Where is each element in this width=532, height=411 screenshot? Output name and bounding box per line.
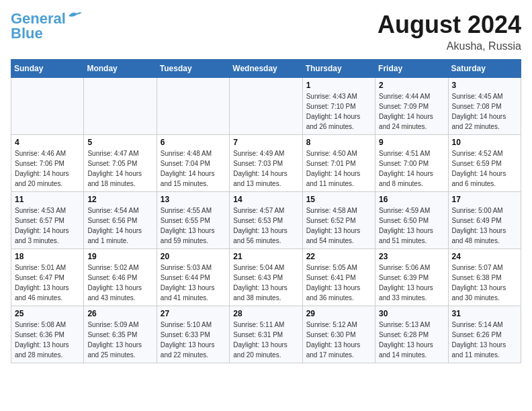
day-info: Sunrise: 4:57 AM Sunset: 6:53 PM Dayligh… [233,205,298,246]
calendar-cell: 23Sunrise: 5:06 AM Sunset: 6:39 PM Dayli… [375,249,448,306]
day-info: Sunrise: 4:59 AM Sunset: 6:50 PM Dayligh… [379,205,444,246]
calendar-cell [230,78,302,135]
day-info: Sunrise: 4:51 AM Sunset: 7:00 PM Dayligh… [379,148,444,189]
day-number: 9 [379,138,444,147]
calendar-cell [157,78,229,135]
calendar-cell: 24Sunrise: 5:07 AM Sunset: 6:38 PM Dayli… [448,249,521,306]
calendar-week-row: 4Sunrise: 4:46 AM Sunset: 7:06 PM Daylig… [11,135,521,192]
calendar-cell: 4Sunrise: 4:46 AM Sunset: 7:06 PM Daylig… [11,135,84,192]
calendar-week-row: 18Sunrise: 5:01 AM Sunset: 6:47 PM Dayli… [11,249,521,306]
calendar-header-row: SundayMondayTuesdayWednesdayThursdayFrid… [11,60,521,78]
day-number: 23 [379,252,444,261]
day-info: Sunrise: 5:00 AM Sunset: 6:49 PM Dayligh… [452,205,517,246]
day-number: 18 [15,252,80,261]
day-number: 25 [15,309,80,318]
day-number: 2 [379,81,444,90]
day-number: 8 [306,138,371,147]
day-info: Sunrise: 5:10 AM Sunset: 6:33 PM Dayligh… [161,320,226,360]
day-info: Sunrise: 4:44 AM Sunset: 7:09 PM Dayligh… [379,91,444,132]
header-wednesday: Wednesday [230,60,302,78]
header-tuesday: Tuesday [157,60,229,78]
day-info: Sunrise: 4:52 AM Sunset: 6:59 PM Dayligh… [452,148,517,189]
day-info: Sunrise: 4:45 AM Sunset: 7:08 PM Dayligh… [452,91,517,132]
day-number: 11 [15,195,80,204]
day-number: 30 [379,309,444,318]
day-info: Sunrise: 5:03 AM Sunset: 6:44 PM Dayligh… [161,263,226,303]
calendar-cell: 7Sunrise: 4:49 AM Sunset: 7:03 PM Daylig… [230,135,302,192]
day-number: 1 [306,81,371,90]
day-info: Sunrise: 4:43 AM Sunset: 7:10 PM Dayligh… [306,91,371,132]
day-info: Sunrise: 4:53 AM Sunset: 6:57 PM Dayligh… [15,205,80,246]
day-number: 20 [161,252,226,261]
header-friday: Friday [375,60,448,78]
day-number: 6 [161,138,226,147]
calendar-cell: 22Sunrise: 5:05 AM Sunset: 6:41 PM Dayli… [302,249,375,306]
page-subtitle: Akusha, Russia [378,40,521,52]
day-number: 14 [233,195,298,204]
day-number: 17 [452,195,517,204]
day-info: Sunrise: 4:50 AM Sunset: 7:01 PM Dayligh… [306,148,371,189]
calendar-cell: 30Sunrise: 5:13 AM Sunset: 6:28 PM Dayli… [375,306,448,363]
day-info: Sunrise: 4:46 AM Sunset: 7:06 PM Dayligh… [15,148,80,189]
day-info: Sunrise: 5:09 AM Sunset: 6:35 PM Dayligh… [87,320,152,360]
logo-bird-icon [67,11,82,21]
header-monday: Monday [84,60,157,78]
calendar-cell: 20Sunrise: 5:03 AM Sunset: 6:44 PM Dayli… [157,249,229,306]
day-number: 27 [161,309,226,318]
calendar-week-row: 25Sunrise: 5:08 AM Sunset: 6:36 PM Dayli… [11,306,521,363]
calendar-cell: 15Sunrise: 4:58 AM Sunset: 6:52 PM Dayli… [302,192,375,249]
page-title: August 2024 [378,11,521,39]
day-info: Sunrise: 4:47 AM Sunset: 7:05 PM Dayligh… [87,148,152,189]
calendar-cell: 31Sunrise: 5:14 AM Sunset: 6:26 PM Dayli… [448,306,521,363]
day-info: Sunrise: 5:06 AM Sunset: 6:39 PM Dayligh… [379,263,444,303]
calendar-cell: 6Sunrise: 4:48 AM Sunset: 7:04 PM Daylig… [157,135,229,192]
calendar-cell [84,78,157,135]
title-block: August 2024 Akusha, Russia [378,11,521,52]
calendar-cell: 25Sunrise: 5:08 AM Sunset: 6:36 PM Dayli… [11,306,84,363]
calendar-cell: 9Sunrise: 4:51 AM Sunset: 7:00 PM Daylig… [375,135,448,192]
calendar-cell: 21Sunrise: 5:04 AM Sunset: 6:43 PM Dayli… [230,249,302,306]
day-info: Sunrise: 5:02 AM Sunset: 6:46 PM Dayligh… [87,263,152,303]
day-info: Sunrise: 4:54 AM Sunset: 6:56 PM Dayligh… [87,205,152,246]
page-header: General Blue August 2024 Akusha, Russia [11,11,521,52]
calendar-cell: 12Sunrise: 4:54 AM Sunset: 6:56 PM Dayli… [84,192,157,249]
calendar-cell: 14Sunrise: 4:57 AM Sunset: 6:53 PM Dayli… [230,192,302,249]
day-info: Sunrise: 4:55 AM Sunset: 6:55 PM Dayligh… [161,205,226,246]
calendar-cell: 28Sunrise: 5:11 AM Sunset: 6:31 PM Dayli… [230,306,302,363]
day-number: 24 [452,252,517,261]
day-number: 10 [452,138,517,147]
calendar-cell: 16Sunrise: 4:59 AM Sunset: 6:50 PM Dayli… [375,192,448,249]
logo: General Blue [11,11,82,42]
day-number: 16 [379,195,444,204]
calendar-cell: 11Sunrise: 4:53 AM Sunset: 6:57 PM Dayli… [11,192,84,249]
day-info: Sunrise: 5:05 AM Sunset: 6:41 PM Dayligh… [306,263,371,303]
day-info: Sunrise: 5:12 AM Sunset: 6:30 PM Dayligh… [306,320,371,360]
calendar-cell: 10Sunrise: 4:52 AM Sunset: 6:59 PM Dayli… [448,135,521,192]
day-number: 31 [452,309,517,318]
day-number: 26 [87,309,152,318]
calendar-cell: 3Sunrise: 4:45 AM Sunset: 7:08 PM Daylig… [448,78,521,135]
day-info: Sunrise: 5:13 AM Sunset: 6:28 PM Dayligh… [379,320,444,360]
day-number: 5 [87,138,152,147]
calendar-cell [11,78,84,135]
calendar-week-row: 1Sunrise: 4:43 AM Sunset: 7:10 PM Daylig… [11,78,521,135]
day-number: 3 [452,81,517,90]
header-saturday: Saturday [448,60,521,78]
day-info: Sunrise: 4:49 AM Sunset: 7:03 PM Dayligh… [233,148,298,189]
logo-blue: Blue [11,26,43,42]
day-info: Sunrise: 5:14 AM Sunset: 6:26 PM Dayligh… [452,320,517,360]
day-info: Sunrise: 4:48 AM Sunset: 7:04 PM Dayligh… [161,148,226,189]
calendar-cell: 27Sunrise: 5:10 AM Sunset: 6:33 PM Dayli… [157,306,229,363]
calendar-cell: 19Sunrise: 5:02 AM Sunset: 6:46 PM Dayli… [84,249,157,306]
day-info: Sunrise: 5:01 AM Sunset: 6:47 PM Dayligh… [15,263,80,303]
calendar-table: SundayMondayTuesdayWednesdayThursdayFrid… [11,59,521,363]
day-number: 12 [87,195,152,204]
calendar-cell: 2Sunrise: 4:44 AM Sunset: 7:09 PM Daylig… [375,78,448,135]
calendar-cell: 8Sunrise: 4:50 AM Sunset: 7:01 PM Daylig… [302,135,375,192]
day-number: 15 [306,195,371,204]
day-info: Sunrise: 5:11 AM Sunset: 6:31 PM Dayligh… [233,320,298,360]
day-info: Sunrise: 5:08 AM Sunset: 6:36 PM Dayligh… [15,320,80,360]
day-number: 4 [15,138,80,147]
day-number: 22 [306,252,371,261]
calendar-cell: 29Sunrise: 5:12 AM Sunset: 6:30 PM Dayli… [302,306,375,363]
